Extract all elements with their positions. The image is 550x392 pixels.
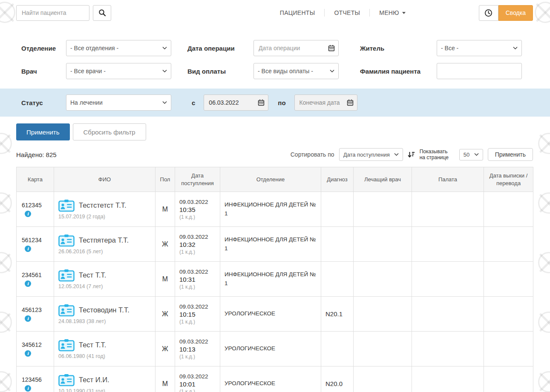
date-to-label: по [278, 99, 285, 106]
admission-time: 10:15 [179, 311, 216, 318]
patient-search [16, 5, 111, 21]
doctor-cell [354, 262, 412, 297]
department-cell: УРОЛОГИЧЕСКОЕ [220, 332, 321, 366]
per-page-select[interactable]: 50 [459, 149, 483, 160]
discharge-cell [484, 262, 533, 297]
history-button[interactable] [479, 5, 498, 21]
doctor-select[interactable]: - Все врачи - [66, 63, 171, 79]
patient-card-icon[interactable] [58, 269, 75, 282]
apply-per-page-button[interactable]: Применить [488, 148, 533, 161]
watermark-icon [538, 192, 550, 214]
lastname-input[interactable] [437, 63, 522, 79]
chevron-down-icon [402, 12, 406, 14]
department-cell: ИНФЕКЦИОННОЕ ДЛЯ ДЕТЕЙ № 1 [220, 262, 321, 297]
watermark-icon [538, 371, 550, 392]
admission-date: 09.03.2022 [179, 373, 216, 380]
payment-select[interactable]: - Все виды оплаты - [253, 63, 339, 79]
patient-name[interactable]: Тест Т.Т. [79, 341, 106, 349]
patient-card-icon[interactable] [58, 234, 75, 247]
diagnosis-cell [321, 262, 354, 297]
patient-name[interactable]: Тестоводин Т.Т. [79, 306, 130, 314]
date-from-input[interactable] [204, 94, 268, 111]
info-icon[interactable] [25, 211, 31, 217]
search-input[interactable] [16, 5, 89, 21]
discharge-cell [484, 297, 533, 332]
admission-date: 09.03.2022 [179, 303, 216, 310]
per-page-label: Показывать на странице [420, 149, 455, 161]
patient-card-icon[interactable] [58, 374, 75, 386]
results-controls: Сортировать по Дата поступления Показыва… [291, 148, 533, 161]
column-header: Дата поступления [175, 167, 220, 192]
reset-filter-button[interactable]: Сбросить фильтр [73, 123, 146, 140]
patient-card-icon[interactable] [58, 199, 75, 212]
watermark-icon [538, 312, 550, 333]
status-select[interactable]: На лечении [66, 94, 171, 111]
date-to-input[interactable] [294, 94, 357, 111]
filter-row-2: Врач - Все врачи - Вид оплаты - Все виды… [21, 63, 533, 79]
filter-doctor: Врач - Все врачи - [21, 63, 171, 79]
doctor-select-wrap: - Все врачи - [66, 63, 171, 79]
search-button[interactable] [93, 5, 111, 21]
doctor-cell [354, 297, 412, 332]
patient-sex: М [155, 366, 175, 392]
discharge-cell [484, 366, 533, 392]
watermark-icon [538, 252, 550, 273]
results-count: Найдено: 825 [16, 151, 57, 158]
info-icon[interactable] [25, 246, 31, 252]
admission-date: 09.03.2022 [179, 269, 216, 275]
apply-filter-button[interactable]: Применить [16, 123, 70, 140]
search-icon [98, 9, 106, 17]
ward-cell [412, 297, 484, 332]
card-number: 123456 [22, 376, 42, 383]
diagnosis-cell [321, 192, 354, 227]
patient-birthdate: 26.06.2016 (5 лет) [58, 249, 151, 255]
admission-date: 09.03.2022 [179, 234, 216, 240]
patient-sex: М [155, 262, 175, 297]
department-cell: ИНФЕКЦИОННОЕ ДЛЯ ДЕТЕЙ № 1 [220, 192, 321, 227]
patient-sex: Ж [155, 227, 175, 262]
patient-card-icon[interactable] [58, 339, 75, 352]
operation-date-input[interactable] [253, 40, 339, 56]
patient-name[interactable]: Тестстетст Т.Т. [79, 201, 127, 209]
column-header: ФИО [54, 167, 155, 192]
patient-sex: Ж [155, 297, 175, 332]
info-icon[interactable] [25, 350, 31, 357]
sort-select[interactable]: Дата поступления [339, 148, 403, 161]
date-to-wrap [294, 94, 357, 111]
nav-reports[interactable]: ОТЧЕТЫ [325, 9, 369, 16]
department-select[interactable]: - Все отделения - [66, 40, 171, 56]
patient-name[interactable]: Тестпятера Т.Т. [79, 236, 129, 244]
discharge-cell [484, 332, 533, 366]
patient-name[interactable]: Тест И.И. [79, 376, 109, 384]
doctor-cell [354, 366, 412, 392]
resident-select[interactable]: - Все - [437, 40, 522, 56]
nav-menu-label: МЕНЮ [379, 9, 399, 16]
sort-direction-button[interactable] [408, 151, 415, 158]
info-icon[interactable] [25, 385, 31, 392]
patients-page: ПАЦИЕНТЫ ОТЧЕТЫ МЕНЮ Сводка Отделение [0, 0, 550, 392]
topbar-right-group: Сводка [479, 5, 533, 21]
admission-time: 10:35 [179, 206, 216, 213]
watermark-icon [0, 312, 12, 333]
department-cell: ИНФЕКЦИОННОЕ ДЛЯ ДЕТЕЙ № 1 [220, 227, 321, 262]
summary-button[interactable]: Сводка [498, 5, 533, 21]
info-icon[interactable] [25, 315, 31, 322]
nav-menu[interactable]: МЕНЮ [370, 9, 415, 16]
diagnosis-cell: N20.1 [321, 297, 354, 332]
patients-table: КартаФИОПолДата поступленияОтделениеДиаг… [16, 167, 533, 392]
patient-birthdate: 24.08.1983 (38 лет) [58, 318, 151, 324]
nav-patients[interactable]: ПАЦИЕНТЫ [271, 9, 325, 16]
ward-cell [412, 366, 484, 392]
watermark-icon [0, 252, 12, 273]
patient-row: 456123 [17, 297, 533, 332]
ward-cell [412, 227, 484, 262]
patient-card-icon[interactable] [58, 304, 75, 317]
doctor-label: Врач [21, 68, 66, 75]
patient-name[interactable]: Тест Т.Т. [79, 271, 106, 279]
column-header: Пол [155, 167, 175, 192]
payment-select-wrap: - Все виды оплаты - [253, 63, 339, 79]
info-icon[interactable] [25, 280, 31, 287]
status-label: Статус [21, 99, 66, 106]
per-page-select-wrap: 50 [459, 149, 483, 160]
diagnosis-cell [321, 332, 354, 366]
